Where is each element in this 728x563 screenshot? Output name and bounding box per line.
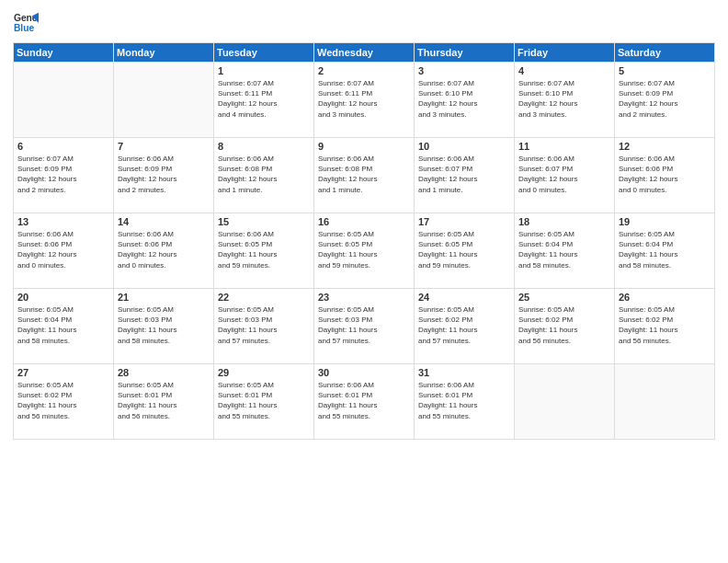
day-info: Sunrise: 6:05 AM Sunset: 6:02 PM Dayligh… bbox=[17, 380, 109, 421]
calendar-cell: 19Sunrise: 6:05 AM Sunset: 6:04 PM Dayli… bbox=[615, 213, 715, 289]
calendar-cell: 6Sunrise: 6:07 AM Sunset: 6:09 PM Daylig… bbox=[14, 138, 114, 213]
day-number: 12 bbox=[619, 141, 711, 152]
day-number: 9 bbox=[318, 141, 410, 152]
day-info: Sunrise: 6:07 AM Sunset: 6:10 PM Dayligh… bbox=[418, 78, 510, 120]
calendar-cell: 3Sunrise: 6:07 AM Sunset: 6:10 PM Daylig… bbox=[415, 63, 515, 138]
day-number: 30 bbox=[318, 367, 410, 378]
calendar-week-2: 6Sunrise: 6:07 AM Sunset: 6:09 PM Daylig… bbox=[14, 138, 715, 213]
day-info: Sunrise: 6:05 AM Sunset: 6:05 PM Dayligh… bbox=[418, 229, 510, 270]
weekday-header-saturday: Saturday bbox=[615, 43, 715, 63]
day-info: Sunrise: 6:05 AM Sunset: 6:04 PM Dayligh… bbox=[619, 229, 711, 270]
day-info: Sunrise: 6:06 AM Sunset: 6:06 PM Dayligh… bbox=[118, 229, 210, 270]
day-number: 3 bbox=[418, 65, 510, 76]
day-number: 6 bbox=[17, 141, 109, 152]
day-info: Sunrise: 6:07 AM Sunset: 6:09 PM Dayligh… bbox=[17, 154, 109, 195]
calendar-cell: 1Sunrise: 6:07 AM Sunset: 6:11 PM Daylig… bbox=[214, 63, 314, 138]
calendar-cell: 25Sunrise: 6:05 AM Sunset: 6:02 PM Dayli… bbox=[515, 289, 615, 364]
day-info: Sunrise: 6:06 AM Sunset: 6:08 PM Dayligh… bbox=[218, 154, 310, 195]
day-number: 8 bbox=[218, 141, 310, 152]
day-number: 15 bbox=[218, 216, 310, 227]
day-number: 2 bbox=[318, 65, 410, 76]
calendar-cell: 13Sunrise: 6:06 AM Sunset: 6:06 PM Dayli… bbox=[14, 213, 114, 289]
calendar-cell: 21Sunrise: 6:05 AM Sunset: 6:03 PM Dayli… bbox=[114, 289, 214, 364]
day-number: 28 bbox=[118, 367, 210, 378]
calendar-cell: 10Sunrise: 6:06 AM Sunset: 6:07 PM Dayli… bbox=[415, 138, 515, 213]
day-number: 11 bbox=[518, 141, 610, 152]
calendar-cell: 5Sunrise: 6:07 AM Sunset: 6:09 PM Daylig… bbox=[615, 63, 715, 138]
calendar-cell bbox=[14, 63, 114, 138]
calendar-cell: 26Sunrise: 6:05 AM Sunset: 6:02 PM Dayli… bbox=[615, 289, 715, 364]
day-number: 5 bbox=[619, 65, 711, 76]
calendar-cell: 12Sunrise: 6:06 AM Sunset: 6:06 PM Dayli… bbox=[615, 138, 715, 213]
day-info: Sunrise: 6:07 AM Sunset: 6:11 PM Dayligh… bbox=[218, 78, 310, 120]
day-number: 31 bbox=[418, 367, 510, 378]
day-number: 29 bbox=[218, 367, 310, 378]
calendar-cell: 11Sunrise: 6:06 AM Sunset: 6:07 PM Dayli… bbox=[515, 138, 615, 213]
day-number: 14 bbox=[118, 216, 210, 227]
day-info: Sunrise: 6:05 AM Sunset: 6:04 PM Dayligh… bbox=[518, 229, 610, 270]
weekday-header-monday: Monday bbox=[114, 43, 214, 63]
calendar-week-1: 1Sunrise: 6:07 AM Sunset: 6:11 PM Daylig… bbox=[14, 63, 715, 138]
calendar-week-5: 27Sunrise: 6:05 AM Sunset: 6:02 PM Dayli… bbox=[14, 364, 715, 440]
day-number: 23 bbox=[318, 292, 410, 303]
calendar-cell bbox=[615, 364, 715, 440]
day-number: 21 bbox=[118, 292, 210, 303]
logo: General Blue bbox=[13, 9, 39, 35]
day-info: Sunrise: 6:05 AM Sunset: 6:03 PM Dayligh… bbox=[318, 304, 410, 346]
day-number: 19 bbox=[619, 216, 711, 227]
calendar-cell: 2Sunrise: 6:07 AM Sunset: 6:11 PM Daylig… bbox=[314, 63, 415, 138]
svg-text:Blue: Blue bbox=[14, 23, 35, 33]
day-number: 25 bbox=[518, 292, 610, 303]
calendar-cell: 29Sunrise: 6:05 AM Sunset: 6:01 PM Dayli… bbox=[214, 364, 314, 440]
day-info: Sunrise: 6:05 AM Sunset: 6:02 PM Dayligh… bbox=[619, 304, 711, 346]
calendar-cell: 27Sunrise: 6:05 AM Sunset: 6:02 PM Dayli… bbox=[14, 364, 114, 440]
calendar-cell bbox=[515, 364, 615, 440]
calendar-cell: 22Sunrise: 6:05 AM Sunset: 6:03 PM Dayli… bbox=[214, 289, 314, 364]
day-number: 7 bbox=[118, 141, 210, 152]
weekday-header-wednesday: Wednesday bbox=[314, 43, 415, 63]
day-info: Sunrise: 6:06 AM Sunset: 6:01 PM Dayligh… bbox=[318, 380, 410, 421]
day-number: 1 bbox=[218, 65, 310, 76]
calendar-cell: 28Sunrise: 6:05 AM Sunset: 6:01 PM Dayli… bbox=[114, 364, 214, 440]
day-info: Sunrise: 6:05 AM Sunset: 6:01 PM Dayligh… bbox=[118, 380, 210, 421]
day-info: Sunrise: 6:06 AM Sunset: 6:01 PM Dayligh… bbox=[418, 380, 510, 421]
calendar-cell: 30Sunrise: 6:06 AM Sunset: 6:01 PM Dayli… bbox=[314, 364, 415, 440]
day-number: 18 bbox=[518, 216, 610, 227]
day-info: Sunrise: 6:05 AM Sunset: 6:02 PM Dayligh… bbox=[518, 304, 610, 346]
calendar-cell bbox=[114, 63, 214, 138]
day-info: Sunrise: 6:07 AM Sunset: 6:09 PM Dayligh… bbox=[619, 78, 711, 120]
day-info: Sunrise: 6:06 AM Sunset: 6:06 PM Dayligh… bbox=[17, 229, 109, 270]
weekday-header-sunday: Sunday bbox=[14, 43, 114, 63]
day-number: 10 bbox=[418, 141, 510, 152]
day-info: Sunrise: 6:05 AM Sunset: 6:02 PM Dayligh… bbox=[418, 304, 510, 346]
calendar-week-3: 13Sunrise: 6:06 AM Sunset: 6:06 PM Dayli… bbox=[14, 213, 715, 289]
calendar-cell: 31Sunrise: 6:06 AM Sunset: 6:01 PM Dayli… bbox=[415, 364, 515, 440]
calendar-cell: 4Sunrise: 6:07 AM Sunset: 6:10 PM Daylig… bbox=[515, 63, 615, 138]
calendar-cell: 18Sunrise: 6:05 AM Sunset: 6:04 PM Dayli… bbox=[515, 213, 615, 289]
calendar-week-4: 20Sunrise: 6:05 AM Sunset: 6:04 PM Dayli… bbox=[14, 289, 715, 364]
calendar-cell: 24Sunrise: 6:05 AM Sunset: 6:02 PM Dayli… bbox=[415, 289, 515, 364]
day-info: Sunrise: 6:07 AM Sunset: 6:10 PM Dayligh… bbox=[518, 78, 610, 120]
calendar-cell: 7Sunrise: 6:06 AM Sunset: 6:09 PM Daylig… bbox=[114, 138, 214, 213]
calendar-cell: 16Sunrise: 6:05 AM Sunset: 6:05 PM Dayli… bbox=[314, 213, 415, 289]
calendar-cell: 23Sunrise: 6:05 AM Sunset: 6:03 PM Dayli… bbox=[314, 289, 415, 364]
weekday-header-friday: Friday bbox=[515, 43, 615, 63]
day-number: 4 bbox=[518, 65, 610, 76]
day-info: Sunrise: 6:05 AM Sunset: 6:04 PM Dayligh… bbox=[17, 304, 109, 346]
day-info: Sunrise: 6:06 AM Sunset: 6:07 PM Dayligh… bbox=[518, 154, 610, 195]
logo-icon: General Blue bbox=[13, 9, 39, 35]
day-info: Sunrise: 6:05 AM Sunset: 6:01 PM Dayligh… bbox=[218, 380, 310, 421]
day-number: 22 bbox=[218, 292, 310, 303]
day-info: Sunrise: 6:05 AM Sunset: 6:03 PM Dayligh… bbox=[218, 304, 310, 346]
calendar: SundayMondayTuesdayWednesdayThursdayFrid… bbox=[13, 42, 715, 440]
calendar-cell: 9Sunrise: 6:06 AM Sunset: 6:08 PM Daylig… bbox=[314, 138, 415, 213]
calendar-cell: 14Sunrise: 6:06 AM Sunset: 6:06 PM Dayli… bbox=[114, 213, 214, 289]
day-info: Sunrise: 6:07 AM Sunset: 6:11 PM Dayligh… bbox=[318, 78, 410, 120]
calendar-cell: 20Sunrise: 6:05 AM Sunset: 6:04 PM Dayli… bbox=[14, 289, 114, 364]
day-number: 26 bbox=[619, 292, 711, 303]
weekday-header-tuesday: Tuesday bbox=[214, 43, 314, 63]
page: General Blue SundayMondayTuesdayWednesda… bbox=[0, 0, 728, 563]
day-info: Sunrise: 6:06 AM Sunset: 6:08 PM Dayligh… bbox=[318, 154, 410, 195]
day-number: 13 bbox=[17, 216, 109, 227]
calendar-cell: 8Sunrise: 6:06 AM Sunset: 6:08 PM Daylig… bbox=[214, 138, 314, 213]
